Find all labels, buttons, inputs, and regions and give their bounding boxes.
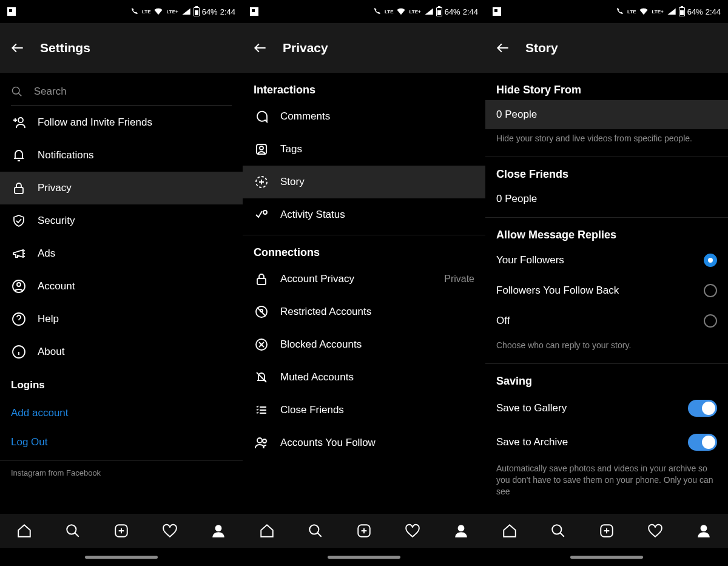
nav-search[interactable] [550, 522, 567, 539]
wifi-calling-icon [372, 7, 382, 16]
item-accounts-follow[interactable]: Accounts You Follow [243, 426, 485, 459]
radio[interactable] [704, 284, 717, 297]
image-notification-icon [493, 7, 501, 16]
item-account-privacy[interactable]: Account Privacy Private [243, 263, 485, 295]
hide-from-label: Hide Story From [485, 73, 728, 100]
bell-icon [11, 148, 27, 163]
hide-from-row[interactable]: 0 People [485, 100, 728, 129]
save-gallery-row[interactable]: Save to Gallery [485, 391, 728, 425]
nav-pill[interactable] [85, 556, 158, 559]
nav-home[interactable] [16, 522, 33, 539]
item-comments[interactable]: Comments [243, 100, 485, 133]
nav-profile[interactable] [210, 522, 227, 539]
item-tags[interactable]: Tags [243, 133, 485, 166]
item-blocked[interactable]: Blocked Accounts [243, 328, 485, 361]
svg-point-11 [260, 146, 263, 150]
nav-activity[interactable] [647, 522, 664, 539]
lock-icon [11, 181, 27, 195]
reply-option-followers[interactable]: Your Followers [485, 245, 728, 275]
lte-plus-label: LTE+ [166, 9, 178, 15]
svg-rect-14 [257, 278, 266, 285]
nav-add[interactable] [356, 522, 372, 539]
log-out-link[interactable]: Log Out [0, 428, 243, 457]
nav-profile[interactable] [695, 522, 712, 539]
close-friends-icon [254, 403, 269, 417]
search-row[interactable] [11, 79, 232, 106]
item-help[interactable]: Help [0, 303, 243, 335]
item-activity-status[interactable]: Activity Status [243, 198, 485, 231]
item-follow-invite[interactable]: Follow and Invite Friends [0, 106, 243, 139]
story-content: Hide Story From 0 People Hide your story… [485, 73, 728, 514]
reply-option-off[interactable]: Off [485, 306, 728, 336]
item-close-friends[interactable]: Close Friends [243, 394, 485, 426]
row-label: Save to Gallery [496, 402, 567, 414]
settings-header: Settings [0, 23, 243, 73]
nav-profile[interactable] [453, 522, 470, 539]
system-nav [243, 548, 485, 566]
nav-home[interactable] [258, 522, 275, 539]
item-account[interactable]: Account [0, 270, 243, 303]
toggle-on[interactable] [688, 434, 717, 451]
add-account-link[interactable]: Add account [0, 399, 243, 428]
page-title: Story [525, 41, 558, 55]
nav-activity[interactable] [404, 522, 421, 539]
close-friends-row[interactable]: 0 People [485, 184, 728, 214]
nav-home[interactable] [501, 522, 518, 539]
search-input[interactable] [34, 86, 232, 98]
phone-settings: LTE LTE+ 64% 2:44 Settings Follow and In… [0, 0, 243, 566]
wifi-calling-icon [615, 7, 624, 16]
item-label: Ads [38, 248, 55, 260]
saving-label: Saving [485, 364, 728, 391]
search-icon [11, 85, 23, 98]
option-label: Followers You Follow Back [496, 285, 619, 297]
account-icon [11, 279, 27, 294]
item-security[interactable]: Security [0, 204, 243, 237]
restricted-icon [254, 305, 269, 319]
toggle-on[interactable] [688, 400, 717, 417]
svg-rect-2 [15, 187, 23, 194]
nav-pill[interactable] [328, 556, 400, 559]
nav-search[interactable] [64, 522, 81, 539]
muted-icon [254, 370, 269, 385]
svg-point-25 [701, 525, 707, 531]
item-story[interactable]: Story [243, 166, 485, 198]
radio-selected[interactable] [704, 254, 717, 267]
activity-icon [254, 207, 269, 222]
back-button[interactable] [10, 40, 25, 56]
help-icon [11, 312, 27, 326]
item-label: Comments [280, 110, 330, 123]
item-privacy[interactable]: Privacy [0, 172, 243, 204]
item-label: Help [38, 313, 59, 325]
item-ads[interactable]: Ads [0, 237, 243, 270]
nav-search[interactable] [307, 522, 324, 539]
back-button[interactable] [252, 40, 268, 56]
account-privacy-value: Private [444, 274, 474, 285]
privacy-header: Privacy [243, 23, 485, 73]
item-label: Notifications [38, 149, 94, 161]
hide-from-value: 0 People [496, 109, 537, 121]
save-archive-row[interactable]: Save to Archive [485, 425, 728, 459]
wifi-icon [639, 7, 649, 16]
back-button[interactable] [495, 40, 511, 56]
bottom-nav [243, 514, 485, 548]
page-title: Privacy [283, 41, 328, 55]
nav-add[interactable] [598, 522, 615, 539]
nav-pill[interactable] [570, 556, 643, 559]
hide-from-hint: Hide your story and live videos from spe… [485, 129, 728, 153]
nav-activity[interactable] [161, 522, 178, 539]
item-restricted[interactable]: Restricted Accounts [243, 295, 485, 328]
status-bar: LTE LTE+ 64% 2:44 [0, 0, 243, 23]
nav-add[interactable] [113, 522, 130, 539]
close-friends-value: 0 People [496, 193, 537, 205]
option-label: Your Followers [496, 254, 564, 266]
item-notifications[interactable]: Notifications [0, 139, 243, 172]
item-about[interactable]: About [0, 335, 243, 368]
svg-point-20 [309, 525, 318, 534]
phone-privacy: LTE LTE+ 64% 2:44 Privacy Interactions C… [243, 0, 485, 566]
reply-option-follow-back[interactable]: Followers You Follow Back [485, 275, 728, 306]
radio[interactable] [704, 314, 717, 328]
svg-point-16 [260, 309, 263, 312]
bottom-nav [0, 514, 243, 548]
item-muted[interactable]: Muted Accounts [243, 361, 485, 394]
page-title: Settings [40, 41, 90, 55]
